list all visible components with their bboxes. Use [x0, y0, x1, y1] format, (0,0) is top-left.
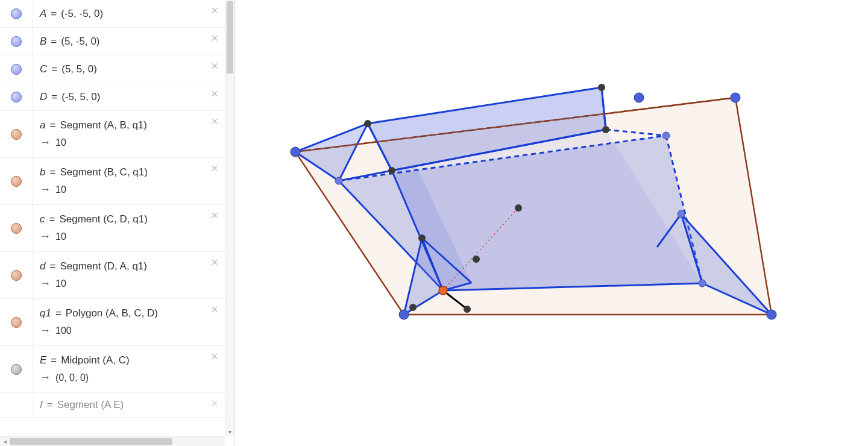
point-E-origin[interactable] [439, 286, 447, 295]
algebra-expression[interactable]: f=Segment (A E) [33, 393, 234, 417]
equals-sign: = [49, 213, 55, 225]
point-flap-sw-top[interactable] [418, 234, 426, 242]
visibility-toggle[interactable] [0, 111, 33, 157]
algebra-row-c[interactable]: c=Segment (C, D, q1)→10× [0, 205, 234, 252]
point-C[interactable] [767, 310, 776, 319]
object-name: b [40, 166, 45, 178]
algebra-row-d[interactable]: d=Segment (D, A, q1)→10× [0, 252, 234, 299]
algebra-row-b[interactable]: b=Segment (B, C, q1)→10× [0, 158, 234, 205]
equals-sign: = [51, 36, 57, 48]
point-top-sw[interactable] [388, 167, 395, 174]
visibility-bullet-icon[interactable] [11, 129, 22, 140]
delete-button[interactable]: × [209, 116, 220, 127]
visibility-toggle[interactable] [0, 393, 33, 417]
scroll-left-arrow-icon[interactable]: ◂ [0, 437, 10, 446]
visibility-toggle[interactable] [0, 252, 33, 298]
object-definition: Polygon (A, B, C, D) [66, 307, 158, 319]
point-inner-ne[interactable] [662, 132, 670, 139]
delete-button[interactable]: × [209, 88, 220, 99]
algebra-row-B[interactable]: B=(5, -5, 0)× [0, 28, 234, 55]
algebra-expression[interactable]: E=Midpoint (A, C)→(0, 0, 0) [33, 346, 234, 392]
object-name: E [40, 354, 46, 366]
object-name: d [40, 260, 45, 272]
algebra-expression[interactable]: d=Segment (D, A, q1)→10 [33, 252, 234, 298]
object-name: f [40, 399, 43, 411]
visibility-toggle[interactable] [0, 0, 33, 27]
algebra-row-partial[interactable]: f=Segment (A E)× [0, 393, 234, 418]
3d-canvas[interactable] [235, 0, 868, 446]
visibility-bullet-icon[interactable] [11, 223, 22, 234]
algebra-expression[interactable]: B=(5, -5, 0) [33, 28, 234, 55]
visibility-toggle[interactable] [0, 346, 33, 392]
point-inner-se[interactable] [699, 280, 706, 287]
point-center-1[interactable] [515, 204, 522, 212]
visibility-bullet-icon[interactable] [11, 270, 22, 281]
algebra-expression[interactable]: a=Segment (A, B, q1)→10 [33, 111, 234, 157]
equals-sign: = [51, 8, 57, 20]
visibility-bullet-icon[interactable] [11, 364, 22, 375]
point-top-back[interactable] [598, 84, 605, 91]
visibility-bullet-icon[interactable] [11, 176, 22, 187]
visibility-toggle[interactable] [0, 158, 33, 204]
delete-button[interactable]: × [209, 33, 220, 43]
visibility-toggle[interactable] [0, 205, 33, 251]
object-definition: Midpoint (A, C) [61, 354, 129, 366]
algebra-expression[interactable]: A=(-5, -5, 0) [33, 0, 234, 27]
visibility-bullet-icon[interactable] [11, 64, 22, 75]
point-A[interactable] [291, 147, 300, 157]
equals-sign: = [51, 354, 57, 366]
algebra-row-C[interactable]: C=(5, 5, 0)× [0, 55, 234, 83]
object-value: 10 [55, 184, 66, 195]
delete-button[interactable]: × [209, 210, 220, 221]
point-black-seg-end[interactable] [464, 306, 471, 313]
point-center-2[interactable] [473, 256, 480, 263]
result-arrow-icon: → [40, 136, 51, 149]
vertical-scroll-thumb[interactable] [227, 1, 233, 74]
algebra-row-D[interactable]: D=(-5, 5, 0)× [0, 83, 234, 111]
horizontal-scrollbar[interactable]: ◂ [0, 436, 225, 446]
horizontal-scroll-thumb[interactable] [10, 438, 172, 445]
point-flap-se-top[interactable] [678, 210, 685, 218]
object-definition: (5, -5, 0) [61, 36, 99, 48]
visibility-toggle[interactable] [0, 55, 33, 83]
algebra-row-q1[interactable]: q1=Polygon (A, B, C, D)→100× [0, 299, 234, 346]
visibility-toggle[interactable] [0, 83, 33, 110]
point-top-nw[interactable] [364, 120, 371, 127]
algebra-expression[interactable]: c=Segment (C, D, q1)→10 [33, 205, 234, 251]
delete-button[interactable]: × [209, 304, 220, 315]
visibility-toggle[interactable] [0, 28, 33, 55]
delete-button[interactable]: × [209, 163, 220, 174]
point-top-se[interactable] [602, 126, 609, 133]
algebra-list: A=(-5, -5, 0)×B=(5, -5, 0)×C=(5, 5, 0)×D… [0, 0, 234, 446]
delete-button[interactable]: × [209, 5, 220, 16]
object-definition: Segment (A E) [57, 399, 124, 411]
delete-button[interactable]: × [209, 257, 220, 268]
point-B[interactable] [399, 310, 409, 319]
3d-scene-svg[interactable] [235, 0, 868, 446]
delete-button[interactable]: × [209, 351, 220, 362]
visibility-bullet-icon[interactable] [11, 317, 22, 328]
algebra-expression[interactable]: b=Segment (B, C, q1)→10 [33, 158, 234, 204]
point-top-ne[interactable] [634, 93, 644, 102]
delete-button[interactable]: × [209, 398, 220, 409]
algebra-row-A[interactable]: A=(-5, -5, 0)× [0, 0, 234, 28]
object-name: D [40, 91, 47, 103]
result-arrow-icon: → [40, 324, 51, 337]
vertical-scrollbar[interactable]: ▾ [225, 0, 234, 436]
algebra-expression[interactable]: C=(5, 5, 0) [33, 55, 234, 83]
scroll-down-arrow-icon[interactable]: ▾ [225, 427, 234, 436]
point-D[interactable] [731, 93, 740, 102]
algebra-expression[interactable]: D=(-5, 5, 0) [33, 83, 234, 110]
algebra-row-E[interactable]: E=Midpoint (A, C)→(0, 0, 0)× [0, 346, 234, 393]
point-inner-nw[interactable] [335, 177, 342, 184]
app-root: A=(-5, -5, 0)×B=(5, -5, 0)×C=(5, 5, 0)×D… [0, 0, 868, 446]
visibility-bullet-icon[interactable] [11, 8, 22, 19]
visibility-bullet-icon[interactable] [11, 36, 22, 47]
visibility-toggle[interactable] [0, 299, 33, 345]
algebra-row-a[interactable]: a=Segment (A, B, q1)→10× [0, 111, 234, 158]
point-bottom-mid[interactable] [409, 304, 417, 311]
visibility-bullet-icon[interactable] [11, 92, 22, 102]
result-arrow-icon: → [40, 277, 51, 290]
delete-button[interactable]: × [209, 60, 220, 71]
algebra-expression[interactable]: q1=Polygon (A, B, C, D)→100 [33, 299, 234, 345]
